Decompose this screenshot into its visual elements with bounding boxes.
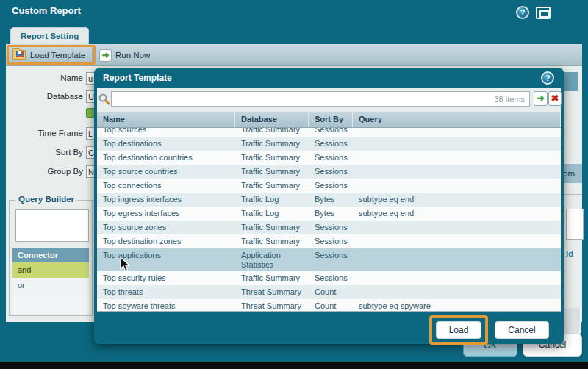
column-header-query[interactable]: Query (353, 112, 561, 127)
cell-name: Top destinations (97, 137, 235, 151)
cell-database: Threat Summary (235, 285, 309, 299)
column-header-sort_by[interactable]: Sort By (309, 112, 353, 127)
cell-query: subtype eq end (353, 207, 561, 221)
cell-query (353, 151, 561, 165)
input-fragment[interactable] (566, 209, 584, 240)
cell-database: Traffic Summary (235, 137, 309, 151)
table-row[interactable]: Top connectionsTraffic SummarySessions (97, 179, 561, 193)
cell-sort_by: Sessions (309, 165, 353, 179)
table-row[interactable]: Top egress interfacesTraffic LogBytessub… (97, 207, 561, 221)
bottom-bar (0, 362, 588, 369)
cell-sort_by: Sessions (309, 271, 353, 285)
run-now-button[interactable]: ➜ Run Now (99, 47, 150, 63)
screen: Custom Report ? Report Setting Load Temp… (0, 0, 588, 369)
cell-sort_by: Bytes (309, 193, 353, 207)
report-template-modal: Report Template ? ➜ ✖ NameDatabaseSort B… (94, 68, 564, 344)
cell-sort_by: Sessions (309, 128, 353, 137)
cell-name: Top source zones (97, 221, 235, 234)
dialog-title: Custom Report (12, 5, 81, 16)
help-icon[interactable]: ? (516, 6, 529, 19)
table-row[interactable]: Top destination countriesTraffic Summary… (97, 151, 561, 165)
tab-report-setting[interactable]: Report Setting (10, 27, 89, 45)
cell-sort_by: Sessions (309, 151, 353, 165)
cell-database: Traffic Summary (235, 234, 309, 248)
cell-sort_by: Sessions (309, 179, 353, 193)
load-button[interactable]: Load (436, 321, 481, 339)
table-row[interactable]: Top destinationsTraffic SummarySessions (97, 137, 561, 151)
connector-and-item[interactable]: and (12, 262, 89, 278)
table-row[interactable]: Top security rulesTraffic SummarySession… (97, 271, 561, 285)
cell-database: Traffic Summary (235, 179, 309, 193)
modal-cancel-button[interactable]: Cancel (495, 321, 549, 339)
time-frame-label: Time Frame (10, 129, 83, 137)
table-row[interactable]: Top sourcesTraffic SummarySessions (97, 128, 561, 137)
cell-sort_by: Sessions (309, 221, 353, 234)
cell-name: Top destination countries (97, 151, 235, 165)
cell-database: Traffic Log (235, 193, 309, 207)
connector-or-item[interactable]: or (12, 278, 89, 293)
cell-sort_by: Count (309, 285, 353, 299)
window-restore-icon[interactable] (536, 7, 551, 19)
search-input[interactable] (111, 91, 530, 107)
connector-list-rest (12, 293, 89, 314)
table-header: NameDatabaseSort ByQuery (97, 112, 561, 128)
sort-by-label: Sort By (10, 148, 83, 157)
table-row[interactable]: Top source zonesTraffic SummarySessions (97, 221, 561, 234)
cell-name: Top egress interfaces (97, 207, 235, 221)
group-by-label: Group By (10, 167, 83, 176)
cell-database: Traffic Summary (235, 151, 309, 165)
add-link-fragment[interactable]: ld (566, 249, 573, 258)
panel-fragment-top (562, 72, 578, 91)
name-label: Name (10, 74, 83, 82)
run-now-arrow-icon: ➜ (99, 49, 112, 62)
cell-name: Top connections (97, 179, 235, 193)
connector-header: Connector (12, 248, 89, 262)
load-template-button[interactable]: Load Template (7, 45, 96, 65)
cell-name: Top destination zones (97, 234, 235, 248)
cell-name: Top security rules (97, 271, 235, 285)
cell-name: Top threats (97, 285, 235, 299)
modal-body: ➜ ✖ NameDatabaseSort ByQuery Top sources… (97, 88, 561, 312)
cell-sort_by: Count (309, 299, 353, 312)
table-row[interactable]: Top threatsThreat SummaryCount (97, 285, 561, 299)
cell-query (353, 137, 561, 151)
cell-name: Top ingress interfaces (97, 193, 235, 207)
cell-database: Traffic Log (235, 207, 309, 221)
modal-help-icon[interactable]: ? (541, 71, 554, 85)
cell-query (353, 234, 561, 248)
cell-query (353, 271, 561, 285)
database-label: Database (10, 92, 83, 101)
cell-database: Application Statistics (235, 248, 309, 271)
column-header-database[interactable]: Database (235, 112, 309, 127)
table-row[interactable]: Top spyware threatsThreat SummaryCountsu… (97, 299, 561, 312)
cell-query (353, 248, 561, 271)
cell-query: subtype eq spyware (353, 299, 561, 312)
search-go-icon[interactable]: ➜ (534, 91, 548, 106)
query-builder-legend: Query Builder (15, 195, 77, 204)
cell-database: Threat Summary (235, 299, 309, 312)
table-row[interactable]: Top source countriesTraffic SummarySessi… (97, 165, 561, 179)
cell-query: subtype eq end (353, 193, 561, 207)
query-builder-input[interactable] (15, 209, 89, 242)
cell-sort_by: Sessions (309, 234, 353, 248)
query-builder-fieldset: Query Builder Connector and or (9, 200, 93, 316)
cell-database: Traffic Summary (235, 128, 309, 137)
table-row[interactable]: Top destination zonesTraffic SummarySess… (97, 234, 561, 248)
cell-name: Top sources (97, 128, 235, 137)
cell-query (353, 128, 561, 137)
cell-name: Top source countries (97, 165, 235, 179)
cell-query (353, 285, 561, 299)
folder-icon (12, 50, 26, 60)
cell-name: Top spyware threats (97, 299, 235, 312)
table-row[interactable]: Top ingress interfacesTraffic LogBytessu… (97, 193, 561, 207)
table-row[interactable]: Top applicationsApplication StatisticsSe… (97, 248, 561, 271)
search-icon (98, 93, 110, 105)
cell-sort_by: Sessions (309, 248, 353, 271)
cell-sort_by: Sessions (309, 137, 353, 151)
toolbar: Load Template ➜ Run Now (6, 44, 582, 66)
cell-name: Top applications (97, 248, 235, 271)
search-clear-icon[interactable]: ✖ (548, 91, 562, 106)
cell-query (353, 165, 561, 179)
column-header-name[interactable]: Name (97, 112, 235, 127)
cell-query (353, 221, 561, 234)
